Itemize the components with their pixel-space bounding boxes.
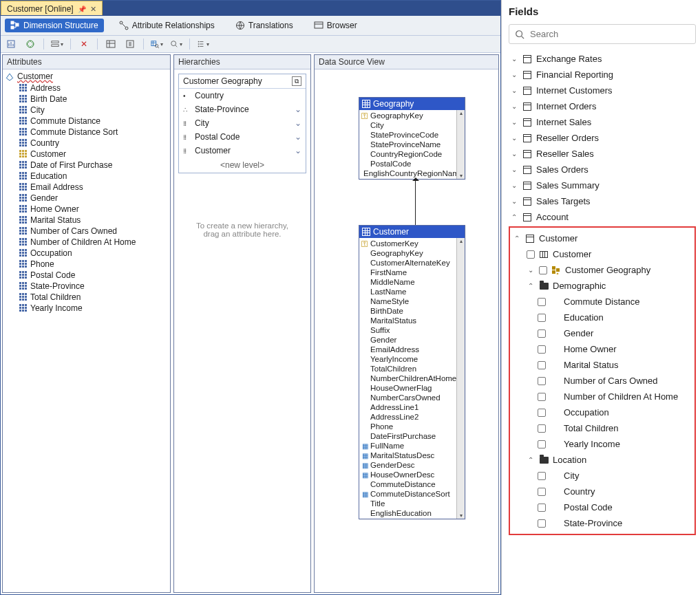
fields-column-row[interactable]: Number of Children At Home (511, 389, 693, 404)
show-attr-icon[interactable] (124, 38, 136, 50)
checkbox[interactable] (538, 361, 546, 369)
dsv-column[interactable]: MiddleName (359, 277, 465, 287)
tree-dropdown[interactable] (197, 38, 209, 50)
checkbox[interactable] (538, 298, 546, 306)
attribute-item[interactable]: Education (19, 171, 167, 182)
attribute-item[interactable]: Number of Children At Home (19, 237, 167, 248)
caret-up-icon[interactable]: ⌃ (527, 282, 535, 290)
caret-icon[interactable]: ⌄ (510, 118, 518, 126)
hierarchy-new-level[interactable]: <new level> (179, 158, 306, 173)
attribute-item[interactable]: City (19, 105, 167, 116)
caret-icon[interactable]: ⌃ (510, 213, 518, 221)
add-bi-icon[interactable] (5, 38, 17, 50)
attribute-item[interactable]: Total Children (19, 292, 167, 303)
dsv-table-customer[interactable]: Customer ⚿CustomerKeyGeographyKeyCustome… (359, 225, 465, 519)
attribute-item[interactable]: Address (19, 83, 167, 94)
checkbox[interactable] (527, 250, 535, 259)
checkbox[interactable] (538, 504, 546, 512)
fields-column-row[interactable]: Country (511, 484, 693, 499)
dsv-column[interactable]: StateProvinceCode (359, 130, 465, 140)
fields-column-row[interactable]: Occupation (511, 404, 693, 420)
fields-table-row[interactable]: ⌄Internet Orders (509, 98, 696, 114)
dsv-column[interactable]: ▦CommuteDistanceSort (359, 489, 465, 499)
fields-column-row[interactable]: State-Province (511, 515, 693, 531)
dsv-column[interactable]: Suffix (359, 325, 465, 335)
attribute-item[interactable]: Customer (19, 149, 167, 160)
fields-table-row[interactable]: ⌄Financial Reporting (509, 67, 696, 83)
caret-icon[interactable]: ⌄ (510, 166, 518, 173)
fields-table-row[interactable]: ⌃Account (509, 209, 696, 225)
dsv-column[interactable]: YearlyIncome (359, 354, 465, 364)
attribute-item[interactable]: Occupation (19, 248, 167, 259)
fields-table-row[interactable]: ⌄Sales Summary (509, 177, 696, 193)
process-icon[interactable] (24, 38, 36, 50)
hierarchy-warning-icon[interactable]: ⧉ (292, 76, 301, 86)
dsv-column[interactable]: NameStyle (359, 296, 465, 306)
attribute-item[interactable]: State-Province (19, 281, 167, 292)
delete-icon[interactable]: ✕ (78, 38, 90, 50)
fields-column-row[interactable]: City (511, 468, 693, 484)
caret-icon[interactable]: ⌄ (510, 134, 518, 142)
dsv-column[interactable]: FirstName (359, 268, 465, 277)
checkbox[interactable] (538, 314, 546, 322)
dsv-column[interactable]: LastName (359, 287, 465, 296)
dsv-column[interactable]: HouseOwnerFlag (359, 383, 465, 393)
dsv-column[interactable]: CountryRegionCode (359, 149, 465, 159)
hierarchy-level[interactable]: ⁞⁞Postal Code⌄ (179, 130, 306, 144)
checkbox[interactable] (538, 424, 546, 433)
dsv-column[interactable]: EnglishEducation (359, 508, 465, 518)
dsv-column[interactable]: CommuteDistance (359, 479, 465, 489)
attribute-item[interactable]: Date of First Purchase (19, 160, 167, 171)
fields-hier-customer-geo[interactable]: ⌄ Customer Geography (511, 262, 693, 278)
dsv-column[interactable]: PostalCode (359, 159, 465, 169)
fields-column-row[interactable]: Number of Cars Owned (511, 373, 693, 389)
dsv-column[interactable]: AddressLine1 (359, 402, 465, 412)
fields-column-row[interactable]: Gender (511, 325, 693, 341)
caret-icon[interactable]: ⌄ (510, 102, 518, 110)
fields-search[interactable] (509, 24, 696, 44)
scrollbar[interactable]: ▴▾ (456, 110, 465, 179)
tab-translations[interactable]: Translations (230, 19, 299, 32)
checkbox[interactable] (538, 409, 546, 417)
dsv-canvas[interactable]: Geography ⚿GeographyKeyCityStateProvince… (315, 69, 498, 592)
attribute-item[interactable]: Country (19, 138, 167, 149)
find-dropdown[interactable] (170, 38, 182, 50)
attribute-item[interactable]: Yearly Income (19, 303, 167, 314)
caret-icon[interactable]: ⌄ (510, 55, 518, 63)
attribute-item[interactable]: Number of Cars Owned (19, 226, 167, 237)
fields-column-row[interactable]: Commute Distance (511, 294, 693, 310)
checkbox[interactable] (539, 266, 547, 274)
fields-column-row[interactable]: Postal Code (511, 499, 693, 515)
dsv-table-geography[interactable]: Geography ⚿GeographyKeyCityStateProvince… (359, 97, 465, 180)
caret-icon[interactable]: ⌄ (510, 71, 518, 78)
caret-icon[interactable]: ⌄ (510, 182, 518, 189)
checkbox[interactable] (538, 488, 546, 496)
checkbox[interactable] (538, 519, 546, 528)
tab-browser[interactable]: Browser (308, 19, 363, 32)
attribute-item[interactable]: Gender (19, 193, 167, 204)
fields-folder-demographic[interactable]: ⌃ Demographic (511, 278, 693, 294)
attribute-item[interactable]: Email Address (19, 182, 167, 193)
fields-table-row[interactable]: ⌄Reseller Orders (509, 130, 696, 146)
hierarchy-level[interactable]: ⁞⁞City⌄ (179, 116, 306, 130)
dsv-column[interactable]: AddressLine2 (359, 412, 465, 422)
hierarchy-level[interactable]: •Country (179, 89, 306, 102)
fields-column-row[interactable]: Education (511, 310, 693, 325)
fields-column-row[interactable]: Home Owner (511, 341, 693, 357)
dsv-column[interactable]: GeographyKey (359, 248, 465, 258)
dsv-column[interactable]: ▦MaritalStatusDesc (359, 451, 465, 460)
fields-table-row[interactable]: ⌄Sales Orders (509, 162, 696, 177)
checkbox[interactable] (538, 345, 546, 354)
dsv-column[interactable]: ⚿GeographyKey (359, 111, 465, 120)
pin-icon[interactable]: 📌 (78, 6, 86, 13)
tab-dimension-structure[interactable]: Dimension Structure (5, 19, 104, 32)
attribute-item[interactable]: Phone (19, 259, 167, 270)
dsv-column[interactable]: EmailAddress (359, 345, 465, 354)
dsv-column[interactable]: ▦FullName (359, 441, 465, 451)
dsv-column[interactable]: TotalChildren (359, 364, 465, 374)
dsv-column[interactable]: ▦HouseOwnerDesc (359, 470, 465, 479)
caret-up-icon[interactable]: ⌃ (513, 235, 521, 242)
dsv-column[interactable]: MaritalStatus (359, 316, 465, 325)
caret-up-icon[interactable]: ⌃ (527, 456, 535, 464)
attribute-item[interactable]: Commute Distance (19, 116, 167, 127)
